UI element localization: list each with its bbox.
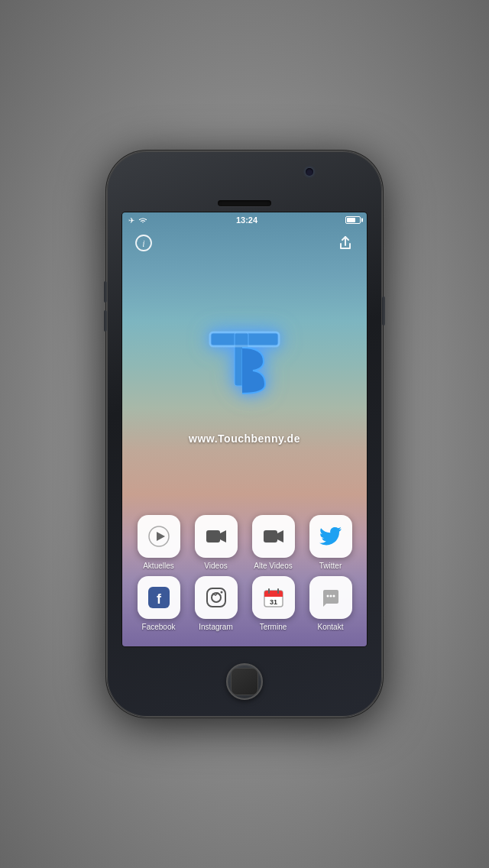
app-grid: Aktuelles Videos bbox=[122, 515, 367, 646]
airplane-icon: ✈ bbox=[128, 216, 134, 225]
info-button[interactable]: i bbox=[133, 232, 154, 254]
termine-label: Termine bbox=[260, 623, 287, 631]
facebook-icon: f bbox=[138, 576, 180, 619]
svg-rect-19 bbox=[264, 595, 283, 597]
volume-down-button[interactable] bbox=[104, 310, 107, 332]
home-button[interactable] bbox=[226, 663, 263, 700]
kontakt-label: Kontakt bbox=[318, 623, 344, 631]
videos-label: Videos bbox=[204, 562, 227, 570]
facebook-item[interactable]: f Facebook bbox=[132, 576, 186, 631]
grid-row-2: f Facebook bbox=[130, 576, 359, 631]
termine-icon: 31 bbox=[252, 576, 295, 619]
volume-up-button[interactable] bbox=[104, 281, 107, 303]
grid-row-1: Aktuelles Videos bbox=[130, 515, 359, 570]
logo-area: www.Touchbenny.de bbox=[189, 258, 300, 515]
alte-videos-label: Alte Videos bbox=[254, 562, 292, 570]
phone-top bbox=[107, 151, 382, 212]
instagram-icon bbox=[195, 576, 238, 619]
svg-text:f: f bbox=[157, 591, 162, 607]
speaker bbox=[218, 200, 271, 206]
aktuelles-label: Aktuelles bbox=[143, 562, 174, 570]
svg-text:31: 31 bbox=[269, 598, 277, 606]
status-right bbox=[345, 216, 361, 224]
instagram-label: Instagram bbox=[199, 623, 232, 631]
twitter-icon bbox=[309, 515, 352, 558]
svg-text:i: i bbox=[142, 238, 144, 249]
status-left: ✈ bbox=[128, 216, 148, 225]
alte-videos-icon bbox=[252, 515, 295, 558]
termine-item[interactable]: 31 Termine bbox=[247, 576, 300, 631]
time-display: 13:24 bbox=[236, 215, 257, 225]
kontakt-icon bbox=[309, 576, 352, 619]
videos-item[interactable]: Videos bbox=[189, 515, 243, 570]
svg-point-24 bbox=[329, 595, 332, 598]
kontakt-item[interactable]: Kontakt bbox=[304, 576, 358, 631]
twitter-label: Twitter bbox=[319, 562, 342, 570]
svg-rect-8 bbox=[206, 530, 220, 542]
svg-marker-7 bbox=[157, 532, 165, 541]
aktuelles-icon bbox=[138, 515, 180, 558]
svg-point-23 bbox=[326, 595, 329, 598]
wifi-icon bbox=[138, 216, 148, 224]
app-screen: ✈ 13:24 bbox=[122, 212, 367, 646]
logo-svg bbox=[202, 325, 287, 416]
aktuelles-item[interactable]: Aktuelles bbox=[132, 515, 186, 570]
share-button[interactable] bbox=[335, 232, 356, 254]
top-buttons-bar: i bbox=[122, 228, 367, 258]
power-button[interactable] bbox=[382, 296, 385, 326]
screen: ✈ 13:24 bbox=[122, 212, 367, 646]
svg-marker-11 bbox=[277, 530, 283, 542]
tb-logo bbox=[199, 321, 290, 420]
twitter-item[interactable]: Twitter bbox=[304, 515, 358, 570]
status-bar: ✈ 13:24 bbox=[122, 212, 367, 228]
svg-point-16 bbox=[220, 591, 222, 594]
videos-icon bbox=[195, 515, 238, 558]
svg-rect-10 bbox=[264, 530, 277, 542]
alte-videos-item[interactable]: Alte Videos bbox=[247, 515, 300, 570]
svg-marker-9 bbox=[220, 530, 226, 542]
phone-bottom bbox=[226, 646, 263, 717]
svg-rect-14 bbox=[207, 588, 225, 607]
phone-frame: ✈ 13:24 bbox=[107, 151, 382, 717]
instagram-item[interactable]: Instagram bbox=[189, 576, 243, 631]
facebook-label: Facebook bbox=[142, 623, 176, 631]
battery-icon bbox=[345, 216, 361, 224]
website-url: www.Touchbenny.de bbox=[189, 432, 300, 445]
svg-point-25 bbox=[332, 595, 335, 598]
home-button-inner bbox=[231, 668, 258, 695]
camera bbox=[306, 168, 313, 176]
